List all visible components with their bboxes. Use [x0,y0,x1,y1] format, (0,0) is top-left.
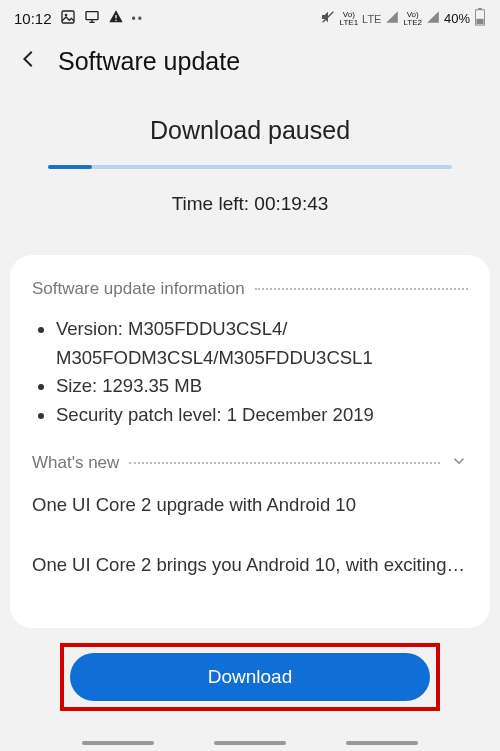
info-version: Version: M305FDDU3CSL4/ M305FODM3CSL4/M3… [56,315,468,372]
battery-pct: 40% [444,11,470,26]
download-highlight-box: Download [60,643,440,711]
footer: Download [0,643,500,751]
signal-icon-1 [385,10,399,27]
svg-rect-2 [86,12,98,20]
status-bar: 10:12 •• Vo) LTE1 LTE Vo) LTE2 40% [0,0,500,33]
time-left-text: Time left: 00:19:43 [24,193,476,215]
battery-icon [474,8,486,29]
more-dots-icon: •• [132,12,144,26]
whatsnew-body: One UI Core 2 upgrade with Android 10 On… [32,491,468,580]
svg-point-1 [64,14,67,17]
net-label: LTE [362,13,381,25]
info-security: Security patch level: 1 December 2019 [56,401,468,430]
image-icon [60,9,76,28]
svg-rect-6 [115,20,116,21]
monitor-icon [84,9,100,28]
download-status-text: Download paused [24,116,476,145]
info-list: Version: M305FDDU3CSL4/ M305FODM3CSL4/M3… [32,315,468,430]
back-icon[interactable] [18,48,40,76]
mute-icon [320,9,336,28]
progress-block: Download paused Time left: 00:19:43 [0,96,500,255]
sim2-indicator: Vo) LTE2 [403,11,422,27]
update-info-card: Software update information Version: M30… [10,255,490,628]
svg-rect-5 [115,15,116,18]
chevron-down-icon[interactable] [450,452,468,475]
whatsnew-line-2: One UI Core 2 brings you Android 10, wit… [32,551,468,580]
whatsnew-line-1: One UI Core 2 upgrade with Android 10 [32,491,468,520]
info-heading-row: Software update information [32,279,468,299]
svg-rect-0 [62,11,74,23]
nav-bar [0,731,500,751]
page-title: Software update [58,47,240,76]
nav-back[interactable] [346,741,418,745]
nav-recents[interactable] [82,741,154,745]
info-size: Size: 1293.35 MB [56,372,468,401]
warning-icon [108,9,124,28]
whatsnew-heading-row[interactable]: What's new [32,452,468,475]
header: Software update [0,33,500,96]
dotted-line [129,462,440,464]
info-heading: Software update information [32,279,245,299]
dotted-line [255,288,468,290]
progress-fill [48,165,92,169]
svg-rect-10 [476,19,483,24]
status-time: 10:12 [14,10,52,27]
sim1-indicator: Vo) LTE1 [340,11,359,27]
nav-home[interactable] [214,741,286,745]
signal-icon-2 [426,10,440,27]
download-button[interactable]: Download [70,653,430,701]
whatsnew-heading: What's new [32,453,119,473]
progress-bar [48,165,452,169]
